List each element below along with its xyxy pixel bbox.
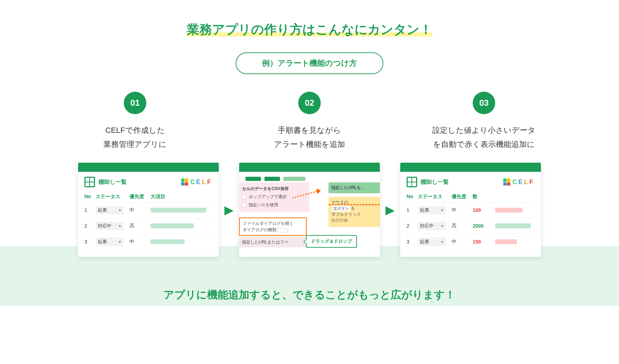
step-desc-01: CELFで作成した 業務管理アプリに: [65, 123, 205, 153]
step-01-line2: 業務管理アプリに: [65, 137, 205, 151]
step-01-line1: CELFで作成した: [65, 123, 205, 137]
cell-priority: 中: [452, 239, 473, 245]
chevron-down-icon: ▼: [118, 208, 122, 212]
file-l2: ダイアログの種類: [243, 227, 276, 232]
cell-priority: 高: [129, 223, 151, 229]
step-badge-02: 02: [298, 92, 321, 114]
chevron-down-icon: ▼: [440, 240, 444, 244]
csv-title: セルのデータをCSV保存: [242, 186, 307, 192]
calculator-icon: [84, 177, 95, 187]
cell-no: 1: [407, 207, 418, 213]
url-block[interactable]: 指定したURLを...: [328, 182, 380, 193]
right-blocks: 指定したURLを... マウスの 左ボタンを ダブルクリック 操作対象: [328, 182, 380, 227]
mouse-block[interactable]: マウスの 左ボタンを ダブルクリック 操作対象: [328, 197, 380, 227]
chevron-down-icon: ▼: [440, 224, 444, 228]
cell-no: 3: [84, 239, 96, 245]
calculator-icon: [407, 177, 417, 187]
footer-text: アプリに機能追加すると、できることがもっと広がります！: [0, 288, 619, 302]
th-no: No: [407, 194, 418, 200]
drop-target-dashes: [328, 204, 380, 205]
value-bar: [495, 239, 517, 244]
chevron-down-icon: ▼: [118, 224, 122, 228]
table-header: No ステータス 優先度 大項目: [84, 191, 212, 202]
step-badge-03: 03: [473, 92, 495, 114]
checkbox-icon[interactable]: [242, 203, 247, 207]
arrow-icon: ▶: [385, 163, 395, 257]
th-status: ステータス: [96, 194, 129, 200]
th-priority: 優先度: [452, 194, 473, 200]
mouse-btn: 左ボタン: [332, 206, 350, 212]
value-bar: [495, 223, 531, 228]
cards-row: 棚卸し一覧 CELF No ステータス 優先度 大項目 1起票▼中2対応中▼高3…: [0, 163, 619, 257]
example-pill: 例）アラート機能のつけ方: [236, 52, 383, 74]
cell-no: 3: [407, 239, 418, 245]
csv-block: セルのデータをCSV保存 ポップアップで選択 指定パスを使用: [239, 182, 310, 212]
progress-bar: [151, 239, 185, 244]
cell-count: 2000: [473, 223, 495, 229]
file-type-slot[interactable]: [277, 228, 288, 232]
main-title: 業務アプリの作り方はこんなにカンタン！: [0, 0, 619, 38]
cell-priority: 中: [452, 207, 473, 213]
file-dialog-block[interactable]: ファイルダイアログを開く ダイアログの種類: [239, 217, 307, 236]
app-title: 棚卸し一覧: [98, 178, 127, 186]
table-row: 2対応中▼高2000: [407, 218, 535, 234]
file-l1: ファイルダイアログを開く: [243, 220, 303, 227]
cell-count: 100: [473, 207, 495, 213]
table-row: 2対応中▼高: [84, 218, 212, 234]
value-bar: [495, 208, 523, 213]
th-no: No: [84, 194, 96, 200]
card-bar: [78, 163, 219, 172]
chevron-down-icon: ▼: [440, 208, 444, 212]
table-row: 3起票▼中: [84, 234, 212, 250]
app-header: 棚卸し一覧 CELF: [84, 177, 212, 187]
app-header: 棚卸し一覧 CELF: [407, 177, 535, 187]
status-select[interactable]: 対応中▼: [418, 222, 446, 230]
cell-no: 1: [84, 207, 96, 213]
chevron-down-icon: ▼: [118, 240, 122, 244]
cell-priority: 中: [129, 239, 151, 245]
progress-bar: [151, 223, 194, 228]
mouse-l3: ダブルクリック: [331, 212, 377, 217]
card-bar: [239, 163, 380, 172]
status-select[interactable]: 起票▼: [96, 206, 124, 214]
cell-priority: 中: [129, 207, 151, 213]
status-select[interactable]: 起票▼: [96, 238, 124, 246]
cell-priority: 高: [452, 223, 473, 229]
table-row: 3起票▼中150: [407, 234, 535, 250]
card-bar: [400, 163, 541, 172]
status-select[interactable]: 対応中▼: [96, 222, 124, 230]
table-row: 1起票▼中: [84, 202, 212, 218]
step-03-line1: 設定した値より小さいデータ: [414, 123, 554, 137]
step-03: 03 設定した値より小さいデータ を自動で赤く表示機能追加に: [414, 92, 554, 153]
opt-path[interactable]: 指定パスを使用: [242, 202, 307, 208]
step-01: 01 CELFで作成した 業務管理アプリに: [65, 92, 205, 153]
th-status: ステータス: [418, 194, 452, 200]
card-before: 棚卸し一覧 CELF No ステータス 優先度 大項目 1起票▼中2対応中▼高3…: [78, 163, 219, 257]
th-priority: 優先度: [129, 194, 151, 200]
checkbox-icon[interactable]: [242, 195, 247, 199]
steps-row: 01 CELFで作成した 業務管理アプリに 02 手順書を見ながら アラート機能…: [0, 92, 619, 153]
app-title: 棚卸し一覧: [421, 178, 449, 186]
th-major: 大項目: [151, 194, 212, 200]
celf-logo: CELF: [503, 178, 535, 186]
mouse-wo: を: [351, 206, 355, 211]
opt-path-label: 指定パスを使用: [249, 202, 278, 208]
th-count: 数: [473, 194, 495, 200]
progress-bar: [151, 208, 206, 213]
table-header: No ステータス 優先度 数: [407, 191, 535, 202]
status-select[interactable]: 起票▼: [418, 238, 446, 246]
mouse-l4: 操作対象: [331, 217, 377, 223]
step-desc-03: 設定した値より小さいデータ を自動で赤く表示機能追加に: [414, 123, 554, 153]
table-row: 1起票▼中100: [407, 202, 535, 218]
cell-no: 2: [84, 223, 96, 229]
opt-popup-label: ポップアップで選択: [249, 194, 287, 200]
celf-logo: CELF: [181, 178, 212, 186]
url-note: 指定したURLまたはファ: [239, 237, 307, 247]
card-after: 棚卸し一覧 CELF No ステータス 優先度 数 1起票▼中1002対応中▼高…: [400, 163, 541, 257]
cell-count: 150: [473, 239, 495, 245]
cell-no: 2: [407, 223, 418, 229]
step-03-line2: を自動で赤く表示機能追加に: [414, 137, 554, 151]
arrow-icon: ▶: [224, 163, 234, 257]
status-select[interactable]: 起票▼: [418, 206, 446, 214]
main-title-text: 業務アプリの作り方はこんなにカンタン！: [187, 22, 432, 37]
